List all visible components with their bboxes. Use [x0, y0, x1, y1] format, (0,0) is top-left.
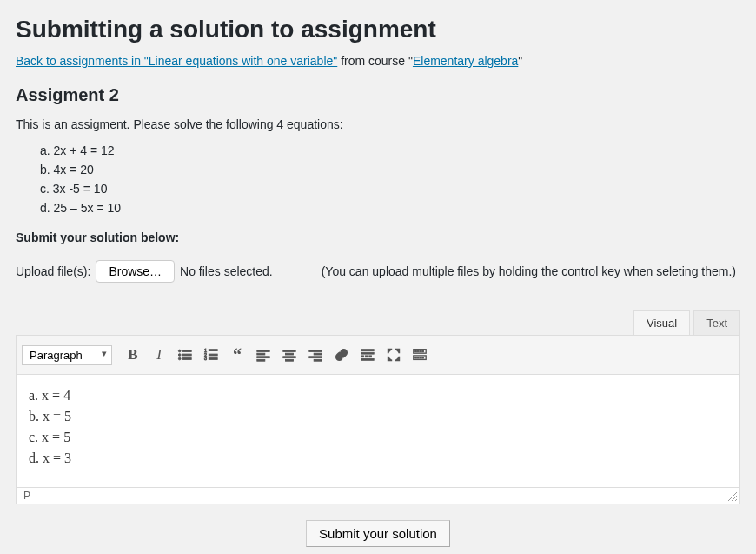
assignment-heading: Assigment 2	[16, 85, 740, 105]
resize-handle-icon[interactable]	[727, 491, 738, 502]
upload-row: Upload file(s): Browse… No files selecte…	[16, 260, 740, 283]
assignment-description: This is an assigment. Please solve the f…	[16, 117, 740, 131]
svg-rect-26	[361, 356, 364, 357]
numbered-list-icon[interactable]: 123	[199, 343, 223, 367]
breadcrumb-mid: from course "	[337, 54, 413, 68]
breadcrumb: Back to assignments in "Linear equations…	[16, 54, 740, 68]
list-item: c. 3x -5 = 10	[40, 182, 740, 196]
blockquote-icon[interactable]: “	[225, 343, 249, 367]
svg-rect-7	[209, 350, 217, 351]
equation-text: 3x -5 = 10	[53, 182, 108, 196]
equation-list: a. 2x + 4 = 12 b. 4x = 20 c. 3x -5 = 10 …	[16, 144, 740, 215]
svg-rect-28	[369, 356, 372, 357]
back-link[interactable]: Back to assignments in "Linear equations…	[16, 54, 337, 68]
svg-rect-9	[209, 354, 217, 356]
path-text: P	[23, 490, 30, 502]
toolbar-toggle-icon[interactable]	[408, 343, 432, 367]
svg-rect-11	[209, 358, 217, 360]
fullscreen-icon[interactable]	[381, 343, 406, 367]
list-item: b. 4x = 20	[40, 163, 740, 177]
content-line: d. x = 3	[29, 448, 727, 469]
bold-icon[interactable]: B	[121, 343, 145, 367]
no-files-text: No files selected.	[180, 264, 273, 278]
equation-text: 25 – 5x = 10	[54, 201, 121, 215]
content-line: c. x = 5	[29, 427, 727, 448]
list-item: d. 25 – 5x = 10	[40, 201, 740, 215]
svg-rect-24	[361, 350, 374, 351]
svg-rect-22	[309, 357, 322, 358]
format-select[interactable]: Paragraph	[22, 345, 112, 365]
breadcrumb-suffix: "	[518, 54, 522, 68]
align-right-icon[interactable]	[303, 343, 328, 367]
link-icon[interactable]	[329, 343, 354, 367]
editor-toolbar: Paragraph B I 123 “	[16, 335, 740, 375]
svg-rect-14	[257, 357, 269, 358]
svg-rect-16	[283, 350, 295, 352]
editor-tabs: Visual Text	[16, 310, 740, 335]
svg-point-2	[178, 354, 181, 357]
upload-hint: (You can upload multiple files by holdin…	[322, 264, 736, 278]
svg-rect-23	[314, 359, 322, 361]
equation-text: 2x + 4 = 12	[54, 144, 115, 157]
editor-path-bar: P	[16, 488, 740, 504]
italic-icon[interactable]: I	[147, 343, 171, 367]
editor-content[interactable]: a. x = 4 b. x = 5 c. x = 5 d. x = 3	[16, 375, 740, 488]
svg-rect-37	[417, 357, 419, 358]
page-title: Submitting a solution to assignment	[16, 16, 740, 43]
svg-rect-29	[361, 359, 374, 361]
svg-rect-36	[415, 357, 417, 358]
svg-rect-18	[283, 357, 295, 358]
tab-text[interactable]: Text	[693, 310, 740, 335]
upload-label: Upload file(s):	[16, 264, 90, 278]
bullet-list-icon[interactable]	[173, 343, 197, 367]
svg-rect-39	[422, 357, 424, 358]
equation-text: 4x = 20	[54, 163, 94, 177]
tab-visual[interactable]: Visual	[633, 310, 690, 335]
svg-rect-17	[286, 353, 294, 355]
svg-rect-27	[365, 356, 368, 357]
course-link[interactable]: Elementary algebra	[413, 54, 518, 68]
submit-button[interactable]: Submit your solution	[306, 520, 450, 547]
align-left-icon[interactable]	[251, 343, 275, 367]
svg-rect-38	[420, 357, 421, 358]
svg-rect-34	[422, 351, 424, 352]
read-more-icon[interactable]	[355, 343, 380, 367]
browse-button[interactable]: Browse…	[96, 260, 175, 283]
svg-text:3: 3	[204, 356, 207, 361]
svg-rect-3	[182, 354, 191, 356]
svg-rect-25	[361, 352, 374, 354]
svg-rect-32	[417, 351, 419, 352]
list-item: a. 2x + 4 = 12	[40, 144, 740, 157]
svg-rect-13	[257, 353, 265, 355]
svg-rect-21	[314, 353, 322, 355]
svg-rect-15	[257, 359, 265, 361]
content-line: b. x = 5	[29, 406, 727, 427]
svg-rect-1	[182, 350, 191, 352]
svg-rect-19	[286, 359, 294, 361]
svg-rect-31	[415, 351, 417, 352]
svg-rect-12	[257, 350, 269, 352]
submit-label: Submit your solution below:	[16, 230, 740, 244]
svg-rect-5	[182, 358, 191, 360]
align-center-icon[interactable]	[277, 343, 302, 367]
svg-rect-20	[309, 350, 322, 352]
svg-point-4	[178, 357, 181, 360]
svg-point-0	[178, 350, 181, 352]
editor: Visual Text Paragraph B I 123 “	[16, 310, 740, 504]
svg-rect-33	[420, 351, 421, 352]
content-line: a. x = 4	[29, 385, 727, 406]
